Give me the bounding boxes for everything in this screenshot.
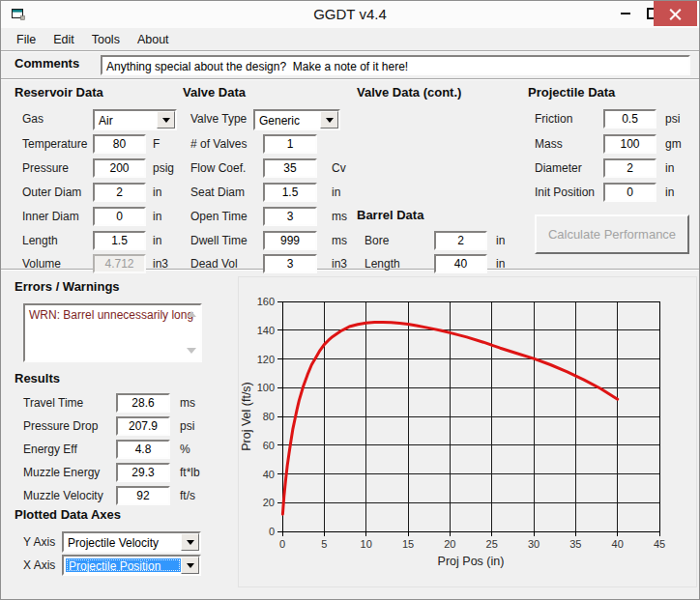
travel-time-unit: ms (180, 396, 195, 410)
temperature-unit: F (153, 137, 160, 151)
performance-chart: 051015202530354045020406080100120140160P… (238, 276, 697, 587)
dead-vol-input[interactable]: 3 (263, 254, 317, 273)
pressure-input[interactable]: 200 (93, 158, 146, 178)
y-tick-label: 120 (257, 354, 275, 365)
dead-vol-unit: in3 (332, 257, 347, 271)
x-tick-label: 40 (612, 538, 624, 550)
comments-input[interactable]: Anything special about the design? Make … (101, 55, 690, 75)
chevron-down-icon[interactable] (157, 111, 175, 129)
muzzle-velocity-unit: ft/s (180, 489, 195, 502)
bore-unit: in (496, 234, 505, 247)
chevron-down-icon[interactable] (320, 111, 338, 129)
section-title-plotted-data-axes: Plotted Data Axes (15, 507, 121, 522)
open-time-input[interactable]: 3 (263, 207, 317, 226)
chevron-down-icon[interactable] (181, 533, 199, 551)
menu-item-tools[interactable]: Tools (83, 29, 129, 50)
temperature-label: Temperature (22, 137, 87, 151)
y-axis-selected-value: Projectile Velocity (68, 536, 159, 550)
x-tick-label: 45 (654, 538, 665, 550)
separator (1, 50, 699, 52)
volume-label: Volume (22, 257, 61, 271)
errors-list: WRN: Barrel unnecessarily long (23, 303, 202, 362)
length-input[interactable]: 1.5 (93, 231, 146, 250)
x-tick-label: 20 (444, 538, 455, 550)
diameter-label: Diameter (535, 161, 582, 175)
y-tick-label: 140 (257, 325, 275, 336)
travel-time-label: Travel Time (23, 396, 83, 410)
close-button[interactable] (654, 1, 697, 26)
init-position-unit: in (665, 186, 674, 199)
chevron-down-icon[interactable] (181, 557, 199, 574)
y-tick-label: 160 (257, 296, 275, 307)
inner-diam-input[interactable]: 0 (93, 207, 146, 226)
y-tick-label: 40 (263, 469, 275, 480)
flow-coef-input[interactable]: 35 (263, 158, 317, 178)
scroll-down-icon[interactable] (187, 348, 196, 355)
menu-item-edit[interactable]: Edit (44, 29, 83, 50)
valve-type-select[interactable]: Generic (253, 109, 340, 130)
length-unit: in (496, 257, 505, 271)
section-title-reservoir-data: Reservoir Data (15, 85, 103, 100)
temperature-input[interactable]: 80 (93, 134, 146, 154)
section-title-errors-warnings: Errors / Warnings (15, 279, 120, 294)
open-time-label: Open Time (190, 210, 248, 223)
section-title-valve-data: Valve Data (183, 85, 246, 100)
open-time-unit: ms (332, 210, 347, 223)
mass-input[interactable]: 100 (603, 134, 656, 154)
gas-selected-value: Air (99, 114, 113, 128)
y-tick-label: 0 (269, 526, 275, 537)
length-unit: in (153, 234, 161, 247)
bore-input[interactable]: 2 (434, 231, 487, 250)
of-valves-input[interactable]: 1 (263, 134, 317, 154)
scroll-up-icon[interactable] (187, 311, 196, 318)
y-tick-label: 60 (263, 440, 275, 451)
y-axis-title: Proj Vel (ft/s) (240, 382, 253, 451)
menu-item-about[interactable]: About (129, 29, 178, 50)
section-title-results: Results (15, 371, 60, 386)
muzzle-velocity-value: 92 (116, 486, 170, 505)
y-axis-select[interactable]: Projectile Velocity (62, 531, 201, 553)
y-tick-label: 80 (263, 411, 275, 422)
length-label: Length (22, 234, 58, 247)
y-tick-label: 20 (263, 497, 275, 508)
inner-diam-label: Inner Diam (22, 210, 79, 223)
energy-eff-label: Energy Eff (23, 443, 77, 456)
x-tick-label: 30 (528, 538, 540, 550)
menu-item-file[interactable]: File (8, 29, 44, 50)
comments-label: Comments (15, 56, 79, 71)
diameter-input[interactable]: 2 (603, 158, 656, 178)
minimize-button[interactable] (611, 1, 639, 26)
y-tick-label: 100 (257, 382, 275, 393)
friction-label: Friction (535, 112, 572, 126)
travel-time-value: 28.6 (116, 393, 170, 413)
comments-text: Anything special about the design? Make … (106, 60, 408, 73)
friction-input[interactable]: 0.5 (603, 109, 656, 129)
volume-value: 4.712 (93, 254, 146, 273)
gas-label: Gas (22, 112, 44, 126)
app-window: GGDT v4.4 FileEditToolsAbout Comments An… (0, 0, 700, 600)
pressure-label: Pressure (22, 161, 69, 175)
of-valves-label: # of Valves (190, 137, 247, 151)
flow-coef-unit: Cv (332, 161, 346, 175)
dwell-time-input[interactable]: 999 (263, 231, 317, 250)
x-axis-select[interactable]: Projectile Position (62, 555, 201, 576)
seat-diam-unit: in (332, 186, 340, 199)
seat-diam-input[interactable]: 1.5 (263, 183, 317, 202)
energy-eff-unit: % (180, 443, 190, 456)
close-icon (669, 8, 682, 20)
window-title: GGDT v4.4 (1, 6, 699, 22)
outer-diam-input[interactable]: 2 (93, 183, 146, 202)
mass-unit: gm (665, 137, 682, 151)
menu-bar: FileEditToolsAbout (1, 28, 699, 50)
warning-message: WRN: Barrel unnecessarily long (29, 308, 193, 322)
length-input[interactable]: 40 (434, 254, 487, 273)
calculate-performance-button: Calculate Performance (535, 214, 689, 254)
gas-select[interactable]: Air (93, 109, 177, 130)
seat-diam-label: Seat Diam (190, 186, 245, 199)
init-position-input[interactable]: 0 (603, 183, 656, 202)
y-axis-label: Y Axis (23, 535, 55, 549)
muzzle-energy-value: 29.3 (116, 463, 170, 482)
section-title-barrel-data: Barrel Data (357, 208, 423, 222)
volume-unit: in3 (153, 257, 168, 271)
section-title-valve-data-cont: Valve Data (cont.) (357, 85, 461, 100)
